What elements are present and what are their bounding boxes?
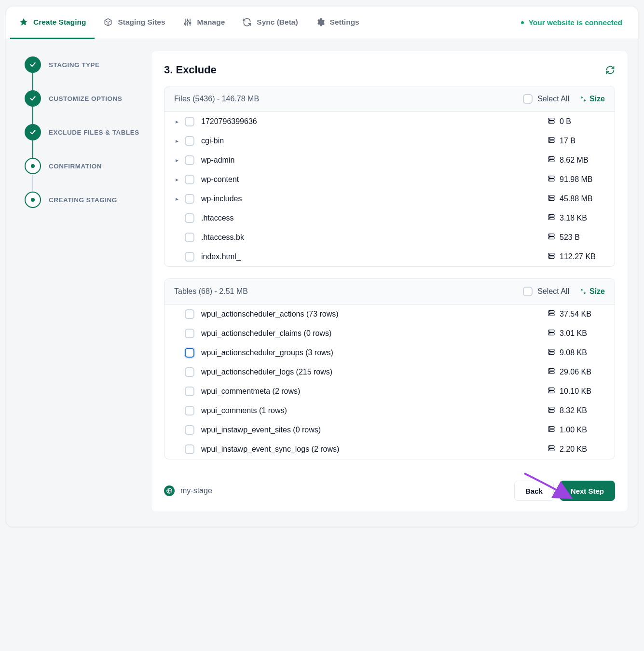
step-exclude-files-tables[interactable]: EXCLUDE FILES & TABLES: [25, 124, 139, 140]
file-row[interactable]: ▸wp-admin8.62 MB: [164, 151, 615, 170]
files-list[interactable]: ▸17207963996360 B▸cgi-bin17 B▸wp-admin8.…: [164, 112, 615, 266]
file-size: 45.88 MB: [547, 194, 605, 204]
file-checkbox[interactable]: [185, 194, 194, 204]
svg-point-29: [549, 235, 550, 235]
table-row[interactable]: wpui_commentmeta (2 rows)10.10 KB: [164, 382, 615, 401]
svg-point-14: [549, 160, 550, 161]
table-size-value: 2.20 KB: [560, 445, 587, 454]
file-row[interactable]: ▸17207963996360 B: [164, 112, 615, 131]
svg-point-10: [549, 141, 550, 141]
table-checkbox[interactable]: [185, 309, 194, 319]
step-confirmation[interactable]: CONFIRMATION: [25, 158, 139, 174]
svg-point-41: [549, 331, 550, 331]
svg-point-57: [549, 408, 550, 408]
table-row[interactable]: wpui_actionscheduler_logs (215 rows)29.0…: [164, 362, 615, 382]
file-size: 0 B: [547, 117, 605, 126]
svg-point-21: [549, 196, 550, 196]
tables-sort-label: Size: [589, 287, 605, 296]
file-checkbox[interactable]: [185, 155, 194, 165]
table-size: 37.54 KB: [547, 309, 605, 319]
file-size: 17 B: [547, 136, 605, 146]
caret-icon[interactable]: ▸: [174, 157, 180, 164]
svg-point-62: [549, 430, 550, 430]
step-badge-icon: [25, 158, 41, 174]
checkbox-icon[interactable]: [523, 94, 533, 104]
tab-create-staging[interactable]: Create Staging: [10, 7, 95, 39]
tab-manage[interactable]: Manage: [174, 7, 234, 39]
file-row[interactable]: ▸wp-content91.98 MB: [164, 170, 615, 189]
table-size-value: 1.00 KB: [560, 426, 587, 434]
caret-icon[interactable]: ▸: [174, 195, 180, 202]
tables-select-all[interactable]: Select All: [523, 287, 569, 296]
table-size: 9.08 KB: [547, 348, 605, 358]
file-checkbox[interactable]: [185, 175, 194, 184]
file-name: 1720796399636: [199, 117, 542, 126]
main-header: 3. Exclude: [164, 64, 615, 76]
refresh-icon[interactable]: [605, 65, 615, 75]
svg-point-49: [549, 369, 550, 370]
table-checkbox[interactable]: [185, 387, 194, 396]
table-row[interactable]: wpui_instawp_event_sites (0 rows)1.00 KB: [164, 420, 615, 440]
table-row[interactable]: wpui_actionscheduler_actions (73 rows)37…: [164, 305, 615, 324]
table-row[interactable]: wpui_instawp_event_sync_logs (2 rows)2.2…: [164, 440, 615, 459]
caret-icon[interactable]: ▸: [174, 176, 180, 183]
disk-icon: [547, 252, 556, 262]
checkbox-icon[interactable]: [523, 287, 533, 296]
file-checkbox[interactable]: [185, 213, 194, 223]
file-size-value: 3.18 KB: [560, 214, 587, 222]
tab-staging-sites[interactable]: Staging Sites: [95, 7, 174, 39]
svg-point-1: [187, 20, 188, 22]
table-checkbox[interactable]: [185, 406, 194, 416]
svg-point-58: [549, 411, 550, 411]
table-size-value: 29.06 KB: [560, 368, 591, 376]
file-size-value: 8.62 MB: [560, 156, 589, 165]
file-row[interactable]: .htaccess.bk523 B: [164, 228, 615, 247]
disk-icon: [547, 175, 556, 184]
table-size-value: 3.01 KB: [560, 329, 587, 338]
table-row[interactable]: wpui_actionscheduler_claims (0 rows)3.01…: [164, 324, 615, 343]
tables-panel-header: Tables (68) - 2.51 MB Select All Size: [164, 279, 615, 305]
svg-point-2: [189, 22, 191, 24]
files-panel: Files (5436) - 146.78 MB Select All Size…: [164, 86, 615, 267]
gear-icon: [315, 17, 325, 27]
step-badge-icon: [25, 192, 41, 208]
file-row[interactable]: index.html_112.27 KB: [164, 247, 615, 266]
tables-list[interactable]: wpui_actionscheduler_actions (73 rows)37…: [164, 305, 615, 459]
tables-sort-size[interactable]: Size: [580, 287, 605, 296]
caret-icon[interactable]: ▸: [174, 138, 180, 144]
table-checkbox[interactable]: [185, 425, 194, 435]
table-checkbox[interactable]: [185, 348, 194, 358]
disk-icon: [547, 425, 556, 435]
file-checkbox[interactable]: [185, 233, 194, 242]
file-checkbox[interactable]: [185, 136, 194, 146]
files-sort-size[interactable]: Size: [580, 95, 605, 103]
tab-settings[interactable]: Settings: [307, 7, 368, 39]
svg-point-13: [549, 157, 550, 158]
file-name: index.html_: [199, 252, 542, 261]
step-creating-staging[interactable]: CREATING STAGING: [25, 192, 139, 208]
step-label: STAGING TYPE: [49, 61, 100, 69]
step-staging-type[interactable]: STAGING TYPE: [25, 56, 139, 73]
file-checkbox[interactable]: [185, 117, 194, 126]
table-name: wpui_actionscheduler_actions (73 rows): [199, 310, 542, 319]
step-customize-options[interactable]: CUSTOMIZE OPTIONS: [25, 90, 139, 107]
table-row[interactable]: wpui_comments (1 rows)8.32 KB: [164, 401, 615, 420]
back-button[interactable]: Back: [514, 481, 554, 501]
tab-sync[interactable]: Sync (Beta): [233, 7, 306, 39]
file-row[interactable]: ▸cgi-bin17 B: [164, 131, 615, 151]
file-size: 523 B: [547, 233, 605, 242]
files-select-all[interactable]: Select All: [523, 94, 569, 104]
next-step-button[interactable]: Next Step: [560, 481, 615, 501]
dot-icon: [31, 198, 35, 202]
table-row[interactable]: wpui_actionscheduler_groups (3 rows)9.08…: [164, 343, 615, 362]
file-checkbox[interactable]: [185, 252, 194, 262]
caret-icon[interactable]: ▸: [174, 118, 180, 125]
table-checkbox[interactable]: [185, 329, 194, 338]
svg-point-50: [549, 372, 550, 373]
table-checkbox[interactable]: [185, 367, 194, 377]
file-row[interactable]: ▸wp-includes45.88 MB: [164, 189, 615, 208]
table-size-value: 10.10 KB: [560, 387, 591, 396]
file-row[interactable]: .htaccess3.18 KB: [164, 208, 615, 228]
table-checkbox[interactable]: [185, 444, 194, 454]
disk-icon: [547, 348, 556, 358]
